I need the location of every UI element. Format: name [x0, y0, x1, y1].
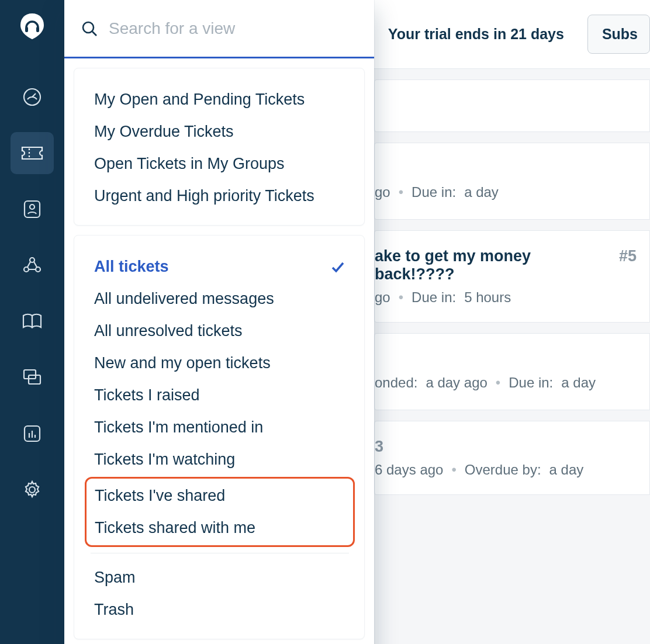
ticket-icon: [20, 144, 44, 162]
view-item-selected[interactable]: All tickets: [88, 251, 351, 283]
view-item[interactable]: Open Tickets in My Groups: [88, 148, 351, 180]
ticket-card[interactable]: 3 6 days ago • Overdue by: a day: [374, 421, 650, 495]
view-group-personal: My Open and Pending Tickets My Overdue T…: [74, 68, 365, 226]
svg-rect-1: [36, 27, 39, 32]
ticket-meta-fragment: go: [375, 184, 390, 200]
check-icon: [330, 259, 345, 275]
view-item[interactable]: Tickets I've shared: [89, 480, 351, 512]
svg-rect-11: [29, 375, 40, 384]
svg-line-18: [92, 32, 96, 36]
svg-point-9: [36, 267, 40, 272]
views-dropdown: My Open and Pending Tickets My Overdue T…: [64, 0, 374, 644]
ticket-list: go • Due in: a day ake to get my money b…: [374, 69, 650, 644]
nav-chat[interactable]: [11, 356, 54, 399]
view-item[interactable]: Tickets shared with me: [89, 512, 351, 544]
ticket-card[interactable]: ake to get my money back!???? #5 go • Du…: [374, 230, 650, 323]
ticket-due-label: Due in:: [412, 289, 456, 306]
view-item[interactable]: New and my open tickets: [88, 347, 351, 379]
ticket-title-fragment: ake to get my money back!????: [375, 247, 613, 283]
view-item[interactable]: All unresolved tickets: [88, 315, 351, 347]
ticket-overdue-value: a day: [549, 462, 584, 478]
view-item[interactable]: Tickets I'm mentioned in: [88, 411, 351, 444]
ticket-created: 6 days ago: [375, 462, 443, 478]
nav-rail: [0, 0, 64, 644]
subscribe-button[interactable]: Subs: [587, 15, 650, 54]
divider: [91, 553, 349, 553]
svg-rect-0: [25, 27, 28, 32]
gear-icon: [22, 479, 43, 500]
ticket-card[interactable]: [374, 79, 650, 132]
svg-point-6: [30, 205, 34, 209]
ticket-id-fragment: 3: [375, 438, 383, 456]
share-nodes-icon: [22, 255, 43, 275]
nav-settings[interactable]: [11, 469, 54, 511]
ticket-card[interactable]: go • Due in: a day: [374, 143, 650, 220]
ticket-responded-label: onded:: [375, 375, 417, 391]
view-item-spam[interactable]: Spam: [88, 562, 351, 594]
ticket-due-value: a day: [464, 184, 499, 200]
search-icon: [81, 20, 98, 37]
separator-dot: •: [451, 462, 456, 478]
nav-social[interactable]: [11, 244, 54, 286]
separator-dot: •: [399, 289, 403, 306]
ticket-due-value: a day: [561, 375, 596, 391]
svg-line-3: [32, 94, 36, 97]
svg-rect-10: [24, 370, 36, 379]
nav-solutions[interactable]: [11, 300, 54, 342]
ticket-due-value: 5 hours: [464, 289, 511, 306]
svg-point-8: [24, 267, 29, 272]
svg-point-7: [30, 258, 34, 262]
nav-contacts[interactable]: [11, 188, 54, 230]
view-item[interactable]: My Open and Pending Tickets: [88, 84, 351, 116]
view-search-input[interactable]: [109, 19, 358, 38]
view-group-default: All tickets All undelivered messages All…: [74, 235, 365, 639]
ticket-responded-value: a day ago: [426, 375, 487, 391]
nav-reports[interactable]: [11, 413, 54, 455]
chat-bubbles-icon: [22, 368, 43, 387]
view-item-trash[interactable]: Trash: [88, 594, 351, 626]
ticket-overdue-label: Overdue by:: [465, 462, 541, 478]
nav-tickets[interactable]: [11, 132, 54, 174]
gauge-icon: [22, 86, 43, 108]
ticket-meta-fragment: go: [375, 289, 390, 306]
ticket-due-label: Due in:: [412, 184, 456, 200]
svg-point-16: [29, 487, 35, 493]
app-logo: [16, 11, 48, 42]
view-item[interactable]: Tickets I raised: [88, 379, 351, 411]
contact-icon: [22, 199, 42, 220]
book-icon: [21, 312, 43, 331]
view-item[interactable]: Urgent and High priority Tickets: [88, 180, 351, 212]
svg-point-17: [83, 22, 94, 33]
highlighted-views: Tickets I've shared Tickets shared with …: [85, 477, 355, 547]
ticket-id: #5: [619, 247, 637, 265]
trial-notice: Your trial ends in 21 days: [388, 26, 564, 43]
bar-chart-icon: [22, 424, 42, 444]
nav-dashboard[interactable]: [11, 76, 54, 118]
view-search-row: [64, 0, 374, 58]
view-item[interactable]: Tickets I'm watching: [88, 444, 351, 476]
view-item[interactable]: All undelivered messages: [88, 283, 351, 315]
separator-dot: •: [399, 184, 403, 200]
separator-dot: •: [496, 375, 500, 391]
view-item[interactable]: My Overdue Tickets: [88, 116, 351, 148]
ticket-card[interactable]: onded: a day ago • Due in: a day: [374, 333, 650, 410]
ticket-due-label: Due in:: [509, 375, 553, 391]
